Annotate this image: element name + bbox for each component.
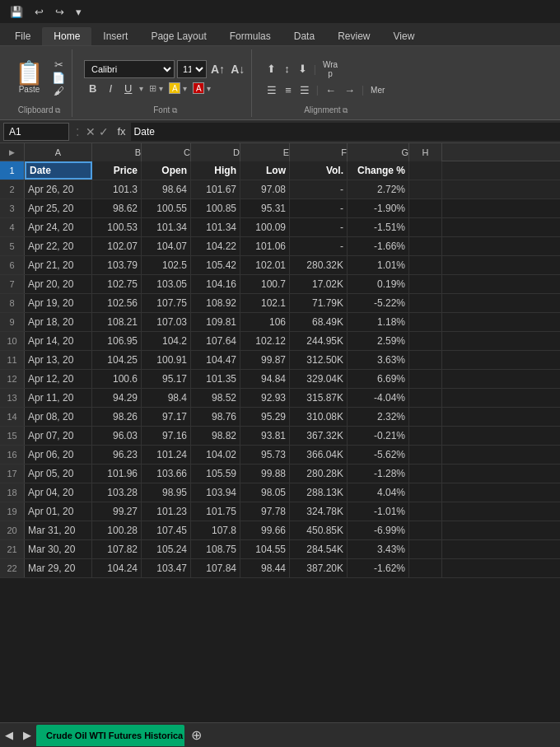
cell-h22[interactable] <box>409 559 442 577</box>
cell-h5[interactable] <box>409 237 442 255</box>
cell-h13[interactable] <box>409 389 442 407</box>
cell-a13[interactable]: Apr 11, 20 <box>25 389 92 407</box>
cell-f10[interactable]: 244.95K <box>290 332 348 350</box>
cell-d4[interactable]: 101.34 <box>191 218 240 236</box>
cell-b2[interactable]: 101.3 <box>92 180 142 198</box>
tab-review[interactable]: Review <box>326 27 381 45</box>
decrease-font-btn[interactable]: A↓ <box>229 63 246 76</box>
cell-g18[interactable]: 4.04% <box>348 483 409 502</box>
cell-h3[interactable] <box>409 199 442 217</box>
cell-f16[interactable]: 366.04K <box>290 446 348 464</box>
tab-home[interactable]: Home <box>42 27 91 45</box>
cell-a10[interactable]: Apr 14, 20 <box>25 332 92 350</box>
copy-button[interactable]: 📄 <box>50 72 67 84</box>
cell-e6[interactable]: 102.01 <box>240 256 290 274</box>
cell-g21[interactable]: 3.43% <box>348 540 409 558</box>
wrap-text-btn[interactable]: Wrap <box>320 58 341 80</box>
cell-a22[interactable]: Mar 29, 20 <box>25 559 92 577</box>
align-top-btn[interactable]: ⬆ <box>264 61 279 77</box>
cell-h6[interactable] <box>409 256 442 274</box>
align-left-btn[interactable]: ☰ <box>264 82 280 98</box>
cell-c7[interactable]: 103.05 <box>142 275 191 293</box>
cell-g8[interactable]: -5.22% <box>348 294 409 312</box>
cell-a20[interactable]: Mar 31, 20 <box>25 521 92 539</box>
cell-h20[interactable] <box>409 521 442 539</box>
cell-d11[interactable]: 104.47 <box>191 351 240 369</box>
row-num-11[interactable]: 11 <box>0 351 25 369</box>
border-btn[interactable]: ⊞ <box>149 83 156 94</box>
align-right-btn[interactable]: ☰ <box>296 82 313 98</box>
cell-h11[interactable] <box>409 351 442 369</box>
merge-center-btn[interactable]: Mer <box>367 84 388 96</box>
cell-a19[interactable]: Apr 01, 20 <box>25 502 92 521</box>
cell-a5[interactable]: Apr 22, 20 <box>25 237 92 255</box>
cell-g19[interactable]: -1.01% <box>348 502 409 521</box>
underline-button[interactable]: U <box>119 81 137 96</box>
increase-font-btn[interactable]: A↑ <box>209 63 226 76</box>
cell-a12[interactable]: Apr 12, 20 <box>25 370 92 388</box>
cell-e15[interactable]: 93.81 <box>240 427 290 445</box>
cell-a3[interactable]: Apr 25, 20 <box>25 199 92 217</box>
indent-dec-btn[interactable]: ← <box>322 82 339 98</box>
border-dropdown[interactable]: ▾ <box>159 84 163 93</box>
cell-f14[interactable]: 310.08K <box>290 408 348 426</box>
cell-g22[interactable]: -1.62% <box>348 559 409 577</box>
cell-d17[interactable]: 105.59 <box>191 465 240 483</box>
col-header-b[interactable]: B <box>92 143 142 161</box>
font-color-dropdown[interactable]: ▾ <box>207 84 211 93</box>
cell-c19[interactable]: 101.23 <box>142 502 191 521</box>
cell-g17[interactable]: -1.28% <box>348 465 409 483</box>
align-bottom-btn[interactable]: ⬇ <box>295 61 310 77</box>
cell-g2[interactable]: 2.72% <box>348 180 409 198</box>
col-header-h[interactable]: H <box>409 143 442 161</box>
cell-c18[interactable]: 98.95 <box>142 483 191 502</box>
cell-d16[interactable]: 104.02 <box>191 446 240 464</box>
cell-a4[interactable]: Apr 24, 20 <box>25 218 92 236</box>
cell-d2[interactable]: 101.67 <box>191 180 240 198</box>
tab-file[interactable]: File <box>3 27 42 45</box>
row-num-15[interactable]: 15 <box>0 427 25 445</box>
highlight-dropdown[interactable]: ▾ <box>183 84 187 93</box>
cell-c2[interactable]: 98.64 <box>142 180 191 198</box>
cell-d14[interactable]: 98.76 <box>191 408 240 426</box>
cell-e22[interactable]: 98.44 <box>240 559 290 577</box>
cell-f17[interactable]: 280.28K <box>290 465 348 483</box>
cell-h8[interactable] <box>409 294 442 312</box>
cell-h1[interactable] <box>409 161 442 180</box>
cell-b16[interactable]: 96.23 <box>92 446 142 464</box>
cell-b6[interactable]: 103.79 <box>92 256 142 274</box>
cell-d22[interactable]: 107.84 <box>191 559 240 577</box>
cell-d10[interactable]: 107.64 <box>191 332 240 350</box>
align-middle-btn[interactable]: ↕ <box>281 61 293 77</box>
cell-h16[interactable] <box>409 446 442 464</box>
row-num-2[interactable]: 2 <box>0 180 25 198</box>
cell-d19[interactable]: 101.75 <box>191 502 240 521</box>
row-num-17[interactable]: 17 <box>0 465 25 483</box>
bold-button[interactable]: B <box>84 81 101 96</box>
cell-h10[interactable] <box>409 332 442 350</box>
cell-c12[interactable]: 95.17 <box>142 370 191 388</box>
indent-inc-btn[interactable]: → <box>341 82 358 98</box>
cell-g20[interactable]: -6.99% <box>348 521 409 539</box>
cell-h17[interactable] <box>409 465 442 483</box>
row-num-1[interactable]: 1 <box>0 161 25 180</box>
cell-g1[interactable]: Change % <box>348 161 409 180</box>
tab-nav-prev-btn[interactable]: ◀ <box>0 726 18 745</box>
tab-view[interactable]: View <box>382 27 427 45</box>
cell-g12[interactable]: 6.69% <box>348 370 409 388</box>
sheet-tab-crude-oil[interactable]: Crude Oil WTI Futures Historica <box>36 725 184 746</box>
cell-a18[interactable]: Apr 04, 20 <box>25 483 92 502</box>
cell-d1[interactable]: High <box>191 161 240 180</box>
cell-g14[interactable]: 2.32% <box>348 408 409 426</box>
cell-a7[interactable]: Apr 20, 20 <box>25 275 92 293</box>
cell-c8[interactable]: 107.75 <box>142 294 191 312</box>
cell-e1[interactable]: Low <box>240 161 290 180</box>
cell-a16[interactable]: Apr 06, 20 <box>25 446 92 464</box>
cell-h2[interactable] <box>409 180 442 198</box>
cell-d20[interactable]: 107.8 <box>191 521 240 539</box>
cell-d6[interactable]: 105.42 <box>191 256 240 274</box>
cell-d7[interactable]: 104.16 <box>191 275 240 293</box>
cell-b7[interactable]: 102.75 <box>92 275 142 293</box>
col-header-c[interactable]: C <box>142 143 191 161</box>
cell-a8[interactable]: Apr 19, 20 <box>25 294 92 312</box>
